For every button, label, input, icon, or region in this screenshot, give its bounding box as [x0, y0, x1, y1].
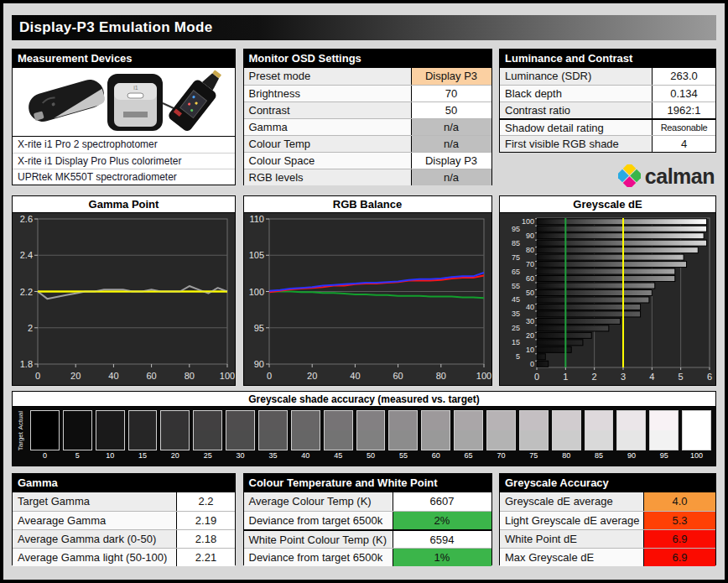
row-value: 0.134: [652, 86, 715, 102]
row-label: Target Gamma: [13, 492, 176, 511]
row-value: 2.2: [176, 492, 235, 511]
device-photo-i1display: i1: [107, 74, 174, 131]
shade-level-label: 35: [258, 451, 288, 461]
device-photo-i1pro2: [25, 75, 107, 124]
svg-text:0: 0: [530, 360, 534, 368]
target-shade: [422, 430, 450, 450]
shade-swatch: [324, 410, 353, 450]
shade-slot: 25: [193, 410, 222, 465]
row-value: Display P3: [411, 68, 491, 85]
row-value: 2.18: [176, 530, 235, 548]
svg-text:4: 4: [649, 372, 654, 382]
row-value: n/a: [411, 136, 491, 152]
row-value: 4: [652, 136, 715, 152]
table-row: Deviance from target 6500k2%: [244, 511, 491, 529]
svg-text:80: 80: [526, 246, 534, 254]
shade-level-label: 70: [486, 451, 516, 461]
row-value: 2%: [393, 512, 491, 529]
actual-shade: [389, 411, 417, 430]
actual-shade: [325, 411, 352, 430]
gamma-point-chart-title: Gamma Point: [13, 196, 235, 213]
actual-shade: [357, 411, 385, 430]
luminance-header: Luminance and Contrast: [500, 49, 715, 68]
page-title: Display-P3 Emulation Mode: [19, 19, 212, 35]
rgb-balance-chart-title: RGB Balance: [244, 196, 491, 213]
target-shade: [292, 430, 320, 450]
shade-slot: 30: [226, 410, 255, 465]
top-row: Measurement Devices i1: [12, 49, 716, 185]
target-shade: [325, 430, 352, 450]
svg-text:70: 70: [526, 260, 534, 268]
shade-slot: 60: [421, 410, 450, 465]
target-shade: [259, 430, 287, 450]
shade-swatch: [552, 410, 581, 450]
target-shade: [31, 430, 59, 450]
svg-text:40: 40: [108, 371, 118, 381]
svg-text:60: 60: [393, 371, 403, 381]
actual-shade: [520, 411, 548, 430]
shade-level-label: 10: [96, 451, 125, 461]
svg-text:2: 2: [592, 372, 597, 382]
table-row: Avearage Gamma2.19: [13, 511, 235, 529]
shade-slot: 90: [616, 410, 646, 465]
row-label: Average Gamma dark (0-50): [13, 530, 176, 548]
shade-slot: 0: [30, 410, 60, 465]
shade-level-label: 5: [63, 451, 92, 461]
svg-text:90: 90: [526, 232, 534, 240]
actual-shade: [553, 411, 580, 430]
shade-accuracy-strip: Greyscale shade accuracy (measured vs. t…: [12, 391, 716, 466]
gamma-summary-panel: Gamma Target Gamma2.2Avearage Gamma2.19A…: [12, 473, 236, 565]
svg-text:0: 0: [266, 371, 271, 381]
svg-text:5: 5: [516, 352, 520, 361]
greyscale-de-chart-panel: Greyscale dE 012345605101520253035404550…: [499, 195, 716, 386]
svg-text:0: 0: [35, 371, 40, 381]
colour-temp-panel: Colour Temperature and White Point Avera…: [243, 473, 492, 565]
actual-shade: [292, 411, 320, 430]
actual-shade: [96, 411, 124, 430]
colour-temp-table: Average Colour Temp (K)6607Deviance from…: [244, 492, 491, 566]
svg-text:20: 20: [70, 371, 81, 381]
svg-text:50: 50: [526, 289, 534, 297]
gamma-point-chart: 1.822.22.42.6020406080100: [13, 213, 235, 385]
shade-level-label: 40: [291, 451, 320, 461]
shade-level-label: 15: [128, 451, 158, 461]
target-shade: [226, 430, 254, 450]
table-row: Shadow detail ratingReasonable: [500, 118, 715, 135]
shade-accuracy-title: Greyscale shade accuracy (measured vs. t…: [13, 392, 715, 407]
shade-slot: 85: [585, 410, 614, 465]
actual-shade: [64, 411, 91, 430]
shade-level-label: 45: [324, 451, 353, 461]
svg-text:100: 100: [248, 287, 263, 297]
row-value: 2.19: [176, 512, 235, 529]
target-shade: [357, 430, 385, 450]
svg-text:15: 15: [512, 338, 520, 346]
row-label: Preset mode: [244, 68, 411, 85]
svg-text:105: 105: [248, 250, 263, 260]
row-label: RGB levels: [244, 169, 411, 185]
luminance-table: Luminance (SDR)263.0Black depth0.134Cont…: [500, 68, 715, 152]
shade-slot: 45: [324, 410, 353, 465]
actual-row-label: Actual: [17, 411, 24, 429]
shade-swatch: [585, 410, 614, 450]
shade-slot: 95: [649, 410, 679, 465]
target-shade: [194, 430, 221, 450]
shade-swatch-area: Actual Target 05101520253035404550556065…: [13, 407, 715, 465]
shade-level-label: 95: [649, 451, 679, 461]
target-shade: [617, 430, 645, 450]
row-label: Black depth: [500, 86, 652, 102]
row-value: Display P3: [411, 153, 491, 169]
row-label: Deviance from target 6500k: [244, 549, 393, 566]
measurement-devices-header: Measurement Devices: [13, 49, 235, 68]
table-row: Contrast50: [244, 102, 491, 118]
greyscale-de-chart-title: Greyscale dE: [500, 196, 715, 213]
shade-slot: 55: [388, 410, 418, 465]
row-label: Greyscale dE average: [500, 492, 643, 511]
shade-slot: 10: [96, 410, 125, 465]
table-row: White Point Colour Temp (K)6594: [244, 529, 491, 548]
shade-level-label: 65: [454, 451, 483, 461]
target-shade: [487, 430, 515, 450]
svg-text:20: 20: [526, 331, 534, 340]
svg-text:2: 2: [28, 323, 33, 333]
shade-slot: 5: [63, 410, 92, 465]
target-shade: [389, 430, 417, 450]
